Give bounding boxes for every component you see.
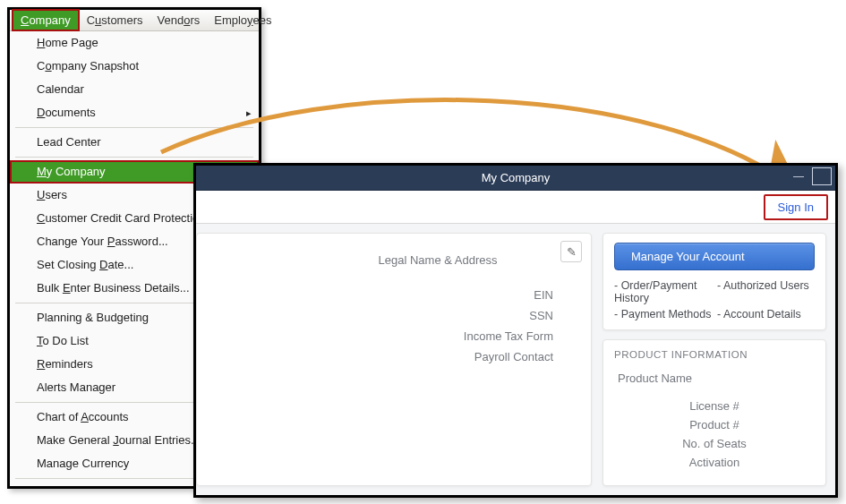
product-info-heading: PRODUCT INFORMATION — [614, 349, 815, 360]
product-info-no-of-seats: No. of Seats — [614, 434, 815, 453]
menubar: CompanyCustomersVendorsEmployees — [10, 10, 259, 31]
my-company-window: My Company — Sign In ✎ Legal Name & Addr… — [193, 163, 838, 498]
menu-item-home-page[interactable]: Home Page — [10, 31, 259, 55]
product-info-activation: Activation — [614, 453, 815, 472]
minimize-button[interactable]: — — [789, 167, 808, 185]
window-controls: — — [789, 167, 832, 185]
maximize-button[interactable] — [812, 167, 832, 185]
product-info-card: PRODUCT INFORMATION Product Name License… — [602, 339, 826, 486]
legal-name-heading: Legal Name & Address — [304, 253, 571, 267]
company-details-panel: ✎ Legal Name & Address EINSSNIncome Tax … — [196, 233, 592, 486]
account-link-order-payment-history[interactable]: Order/Payment History — [614, 279, 712, 304]
menu-item-lead-center[interactable]: Lead Center — [10, 131, 259, 154]
field-label-income-tax-form: Income Tax Form — [304, 329, 571, 343]
window-title: My Company — [482, 171, 551, 184]
menu-separator — [15, 157, 253, 158]
product-info-product-: Product # — [614, 415, 815, 434]
field-label-ein: EIN — [304, 288, 571, 302]
account-link-payment-methods[interactable]: Payment Methods — [614, 308, 712, 320]
toolbar: Sign In — [196, 191, 835, 224]
product-info-license-: License # — [614, 397, 815, 415]
manage-your-account-button[interactable]: Manage Your Account — [614, 243, 815, 270]
edit-icon[interactable]: ✎ — [560, 241, 582, 262]
menu-customers[interactable]: Customers — [80, 11, 150, 30]
account-link-authorized-users[interactable]: Authorized Users — [717, 279, 815, 304]
menu-employees[interactable]: Employees — [207, 11, 278, 30]
menu-item-company-snapshot[interactable]: Company Snapshot — [10, 55, 259, 78]
menu-item-calendar[interactable]: Calendar — [10, 78, 259, 101]
menu-vendors[interactable]: Vendors — [150, 11, 208, 30]
field-label-ssn: SSN — [304, 309, 571, 322]
product-name-label: Product Name — [614, 369, 815, 388]
menu-company[interactable]: Company — [12, 9, 80, 31]
titlebar: My Company — — [196, 166, 835, 191]
account-links: Order/Payment HistoryAuthorized UsersPay… — [614, 279, 815, 320]
menu-item-documents[interactable]: Documents — [10, 101, 259, 124]
sign-in-button[interactable]: Sign In — [764, 194, 828, 220]
menu-separator — [15, 127, 253, 128]
manage-account-card: Manage Your Account Order/Payment Histor… — [602, 233, 826, 330]
field-label-payroll-contact: Payroll Contact — [304, 350, 571, 363]
window-body: ✎ Legal Name & Address EINSSNIncome Tax … — [196, 224, 835, 495]
account-link-account-details[interactable]: Account Details — [717, 308, 815, 320]
right-column: Manage Your Account Order/Payment Histor… — [602, 233, 826, 486]
